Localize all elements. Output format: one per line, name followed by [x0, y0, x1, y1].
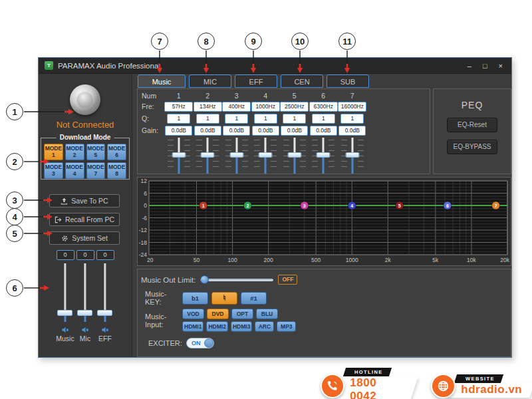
music-out-limit-off-button[interactable]: OFF — [278, 275, 297, 285]
input-arc-button[interactable]: ARC — [255, 321, 274, 332]
band-gain-slider[interactable] — [312, 138, 334, 174]
music-out-limit-slider[interactable] — [200, 275, 273, 284]
band-q-field[interactable]: 1 — [196, 114, 219, 124]
connect-knob[interactable] — [70, 84, 100, 115]
music-key-sharp-button[interactable]: #1 — [241, 292, 267, 305]
band-gain-field[interactable]: 0.0dB — [223, 126, 250, 136]
slider-handle[interactable] — [259, 152, 273, 158]
band-frequency-field[interactable]: 1000Hz — [251, 102, 280, 112]
band-gain-slider[interactable] — [196, 138, 219, 174]
mode-button-1[interactable]: MODE1 — [44, 144, 63, 160]
hotline-badge[interactable]: HOTLINE1800 0042 — [321, 368, 414, 399]
mute-icon — [81, 326, 89, 334]
band-gain-field[interactable]: 0.0dB — [310, 126, 337, 136]
slider-handle[interactable] — [345, 152, 359, 158]
band-q-field[interactable]: 1 — [312, 114, 335, 124]
band-gain-field[interactable]: 0.0dB — [338, 126, 366, 136]
svg-text:10k: 10k — [467, 257, 476, 263]
phone-icon — [326, 380, 338, 392]
download-mode-grid: MODE1MODE2MODE5MODE6MODE3MODE4MODE7MODE8 — [41, 138, 129, 182]
music-key-natural-button[interactable]: ♮ — [211, 292, 237, 305]
mode-button-8[interactable]: MODE8 — [107, 162, 126, 179]
mode-button-2[interactable]: MODE2 — [65, 144, 84, 160]
volume-slider-mic: 0Mic — [75, 250, 95, 342]
slider-handle[interactable] — [77, 310, 92, 316]
band-gain-slider[interactable] — [283, 138, 306, 174]
mode-button-6[interactable]: MODE6 — [107, 144, 126, 160]
band-frequency-field[interactable]: 16000Hz — [338, 102, 366, 112]
input-mp3-button[interactable]: MP3 — [277, 321, 296, 332]
band-frequency-field[interactable]: 134Hz — [194, 102, 222, 112]
tab-sub[interactable]: SUB — [327, 74, 369, 88]
input-dvd-button[interactable]: DVD — [207, 309, 229, 319]
mute-icon[interactable] — [61, 325, 69, 332]
band-gain-field[interactable]: 0.0dB — [165, 126, 192, 136]
band-q-field[interactable]: 1 — [283, 114, 306, 124]
maximize-button[interactable]: □ — [483, 62, 487, 70]
slider-track[interactable] — [76, 263, 94, 322]
band-q-field[interactable]: 1 — [225, 114, 248, 124]
badge-tag: WEBSITE — [454, 374, 503, 383]
band-gain-field[interactable]: 0.0dB — [194, 126, 221, 136]
band-gain-slider[interactable] — [341, 138, 364, 174]
input-vod-button[interactable]: VOD — [182, 309, 204, 319]
band-frequency-field[interactable]: 400Hz — [222, 102, 251, 112]
slider-handle[interactable] — [317, 152, 331, 158]
minimize-button[interactable]: – — [467, 62, 471, 70]
tab-mic[interactable]: MIC — [189, 74, 231, 88]
band-frequency-field[interactable]: 6300Hz — [309, 102, 338, 112]
music-input-row: Music-Input: VODDVDOPTBLU HDMI1HDMI2HDMI… — [145, 309, 296, 332]
input-opt-button[interactable]: OPT — [231, 309, 253, 319]
mode-button-7[interactable]: MODE7 — [86, 162, 106, 179]
eq-graph[interactable]: 1260-6-12-18-24205010020050010002k5k10k2… — [138, 178, 511, 265]
slider-handle[interactable] — [172, 152, 186, 158]
mode-button-4[interactable]: MODE4 — [65, 162, 84, 179]
band-q-field[interactable]: 1 — [340, 114, 364, 124]
input-hdmi3-button[interactable]: HDMI3 — [231, 321, 252, 332]
website-badge[interactable]: WEBSITEhdradio.vn — [431, 368, 532, 399]
input-hdmi1-button[interactable]: HDMI1 — [182, 321, 203, 332]
slider-handle[interactable] — [57, 310, 72, 316]
system-set-button[interactable]: System Set — [49, 231, 120, 245]
save-to-pc-button[interactable]: Save To PC — [49, 194, 120, 207]
band-frequency-field[interactable]: 57Hz — [164, 102, 193, 112]
eq-fre-label: Fre: — [138, 102, 164, 110]
input-blu-button[interactable]: BLU — [256, 309, 278, 319]
music-key-buttons: b1♮#1 — [182, 292, 267, 305]
band-gain-slider[interactable] — [225, 138, 248, 174]
band-q-field[interactable]: 1 — [254, 114, 277, 124]
mode-button-3[interactable]: MODE3 — [44, 162, 63, 179]
mode-button-5[interactable]: MODE5 — [86, 144, 106, 160]
callout-2: 2 — [6, 153, 23, 170]
slider-track[interactable] — [57, 263, 74, 322]
band-q-field[interactable]: 1 — [167, 114, 190, 124]
input-hdmi2-button[interactable]: HDMI2 — [206, 321, 227, 332]
connection-status: Not Connected — [39, 120, 132, 130]
mute-icon[interactable] — [81, 325, 89, 332]
tab-eff[interactable]: EFF — [235, 74, 277, 88]
exciter-toggle[interactable]: ON — [186, 338, 214, 348]
music-key-flat-button[interactable]: b1 — [182, 292, 208, 305]
slider-rail-fill — [323, 155, 325, 174]
slider-handle[interactable] — [97, 310, 112, 316]
eq-reset-button[interactable]: EQ-Reset — [447, 118, 497, 132]
slider-track[interactable] — [96, 263, 114, 322]
band-number: 5 — [293, 92, 297, 100]
callout-11: 11 — [338, 33, 356, 50]
svg-text:-6: -6 — [142, 215, 147, 221]
tab-cen[interactable]: CEN — [281, 74, 323, 88]
band-gain-field[interactable]: 0.0dB — [252, 126, 279, 136]
band-gain-slider[interactable] — [254, 138, 277, 174]
close-button[interactable]: × — [499, 62, 503, 70]
mute-icon[interactable] — [101, 325, 109, 332]
band-gain-field[interactable]: 0.0dB — [281, 126, 308, 136]
slider-handle[interactable] — [229, 152, 243, 158]
eq-bypass-button[interactable]: EQ-BYPASS — [447, 140, 497, 154]
recall-from-pc-button[interactable]: Recall From PC — [49, 213, 120, 226]
tab-music[interactable]: Music — [138, 74, 186, 88]
slider-handle[interactable] — [201, 152, 215, 158]
slider-handle[interactable] — [200, 275, 209, 284]
slider-handle[interactable] — [287, 152, 301, 158]
band-gain-slider[interactable] — [168, 138, 190, 174]
band-frequency-field[interactable]: 2500Hz — [280, 102, 309, 112]
